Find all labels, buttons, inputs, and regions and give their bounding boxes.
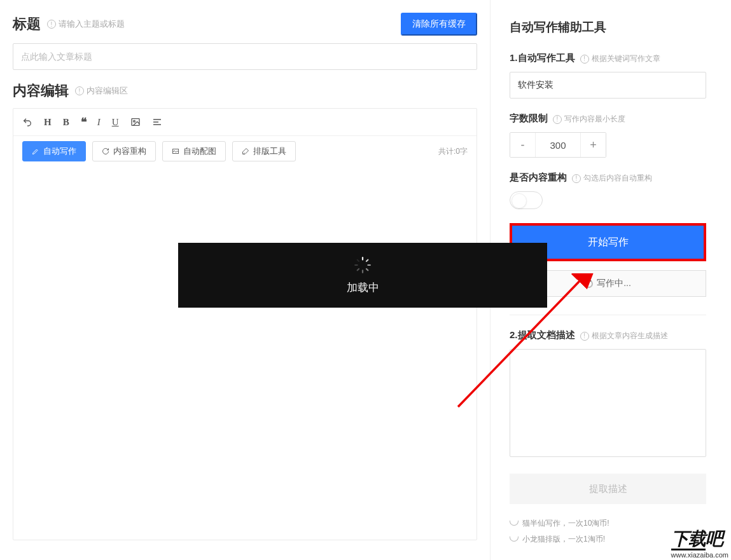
restructure-toggle[interactable] <box>510 191 543 209</box>
keyword-input[interactable] <box>510 72 706 99</box>
info-icon: ! <box>75 86 84 95</box>
content-heading: 内容编辑 <box>13 81 69 100</box>
section2-hint: ! 根据文章内容生成描述 <box>580 331 668 341</box>
info-icon: ! <box>553 115 562 124</box>
loading-overlay: 加载中 <box>178 243 547 308</box>
svg-rect-7 <box>365 259 369 263</box>
image-icon[interactable] <box>130 117 141 127</box>
description-textarea[interactable] <box>510 349 706 457</box>
editor-content[interactable] <box>13 167 477 522</box>
quote-icon[interactable]: ❝ <box>81 115 86 129</box>
heading-icon[interactable]: H <box>44 117 52 128</box>
svg-rect-10 <box>362 270 363 273</box>
auto-image-button[interactable]: 自动配图 <box>162 141 226 161</box>
editor-panel: H B ❝ I U 自动写作 内容重构 <box>13 108 477 540</box>
word-limit-stepper: - 300 + <box>510 132 606 158</box>
svg-point-1 <box>133 120 135 122</box>
content-hint: ! 内容编辑区 <box>75 85 128 97</box>
svg-rect-6 <box>362 257 363 261</box>
sidebar-title: 自动写作辅助工具 <box>510 19 706 36</box>
article-title-input[interactable] <box>13 43 477 70</box>
extract-description-button[interactable]: 提取描述 <box>510 474 706 504</box>
restructure-button[interactable]: 内容重构 <box>92 141 156 161</box>
loading-icon <box>585 280 593 288</box>
italic-icon[interactable]: I <box>97 117 101 128</box>
stepper-increment[interactable]: + <box>580 133 606 157</box>
restructure-hint: ! 勾选后内容自动重构 <box>572 173 652 184</box>
undo-icon[interactable] <box>22 117 32 127</box>
section1-label: 1.自动写作工具 <box>510 52 575 64</box>
svg-rect-12 <box>354 264 358 265</box>
info-icon: ! <box>572 174 581 183</box>
clear-cache-button[interactable]: 清除所有缓存 <box>401 13 477 36</box>
bold-icon[interactable]: B <box>63 117 69 128</box>
word-count: 共计:0字 <box>438 146 468 157</box>
stepper-decrement[interactable]: - <box>510 133 536 157</box>
title-hint: ! 请输入主题或标题 <box>47 18 125 30</box>
bowl-icon <box>510 536 519 542</box>
underline-icon[interactable]: U <box>112 117 119 128</box>
align-icon[interactable] <box>152 117 162 127</box>
stepper-value: 300 <box>536 133 580 157</box>
info-icon: ! <box>580 332 589 341</box>
svg-rect-11 <box>356 268 360 271</box>
layout-tool-button[interactable]: 排版工具 <box>232 141 296 161</box>
restructure-label: 是否内容重构 <box>510 172 567 184</box>
title-heading: 标题 <box>13 15 41 34</box>
word-limit-label: 字数限制 <box>510 113 548 125</box>
loading-text: 加载中 <box>347 280 379 295</box>
section2-label: 2.提取文档描述 <box>510 329 575 341</box>
info-icon: ! <box>580 55 589 64</box>
auto-write-button[interactable]: 自动写作 <box>22 141 86 161</box>
watermark: 下载吧 www.xiazaiba.com <box>667 527 731 560</box>
svg-rect-8 <box>367 264 371 265</box>
word-limit-hint: ! 写作内容最小长度 <box>553 114 625 125</box>
svg-rect-9 <box>365 268 369 271</box>
bowl-icon <box>510 521 519 526</box>
info-icon: ! <box>47 20 56 29</box>
svg-rect-13 <box>356 259 360 263</box>
section1-hint: ! 根据关键词写作文章 <box>580 53 660 64</box>
spinner-icon <box>354 256 372 274</box>
